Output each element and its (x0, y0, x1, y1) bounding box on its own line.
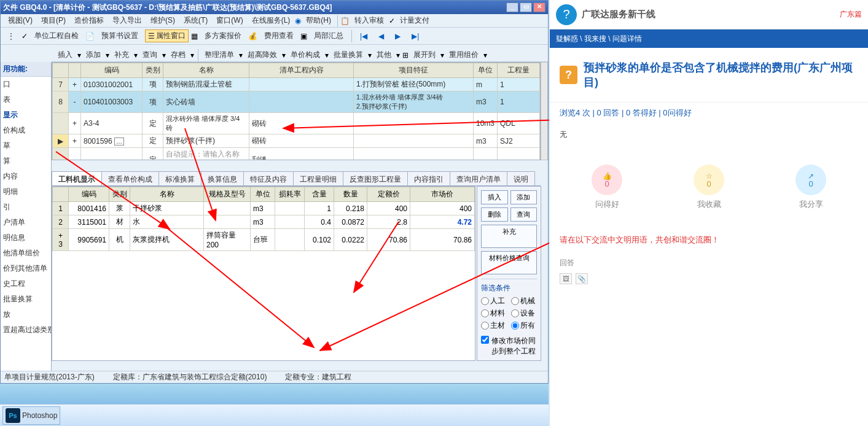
menu-window[interactable]: 窗口(W) (213, 14, 246, 27)
act-supply[interactable]: 补充 (112, 49, 131, 61)
menu-pay[interactable]: 计量支付 (396, 14, 433, 27)
lp-item[interactable]: 史工程 (1, 276, 51, 292)
tool-props[interactable]: ☰属性窗口 (145, 29, 189, 42)
act-other[interactable]: 其他 (374, 49, 394, 61)
lp-item[interactable]: 显示 (1, 107, 51, 123)
table-row[interactable]: 定 自动提示：请输入名称简称 刮缝 (53, 148, 540, 161)
btn-add[interactable]: 添加 (510, 190, 538, 204)
btn-delete[interactable]: 删除 (481, 207, 508, 222)
tool-sum[interactable]: 局部汇总 (310, 29, 348, 43)
chk-sync[interactable] (481, 336, 489, 344)
menu-help[interactable]: 帮助(H) (302, 14, 335, 27)
act-insert[interactable]: 插入 (55, 49, 75, 61)
btn-query[interactable]: 查询 (510, 207, 538, 222)
act-query[interactable]: 查询 (140, 49, 160, 61)
nav-next[interactable]: ▶ (391, 30, 405, 42)
menu-index[interactable]: 造价指标 (71, 14, 108, 27)
tool-budget[interactable]: 预算书设置 (97, 29, 143, 43)
act-reuse[interactable]: 重用组价 (447, 49, 481, 61)
tab-qty[interactable]: 工程量明细 (293, 171, 343, 185)
expand-icon[interactable]: + (58, 231, 63, 240)
table-row[interactable]: 1 8001416浆 干拌砂浆 m3 10.218 400400 (53, 202, 475, 215)
tab-feat[interactable]: 特征及内容 (243, 171, 294, 185)
menu-view[interactable]: 视图(V) (4, 14, 36, 27)
lp-item[interactable]: 草 (1, 138, 51, 153)
lp-item[interactable]: 算 (1, 153, 51, 169)
minimize-button[interactable]: _ (506, 2, 518, 12)
radio-material[interactable]: 材料 (481, 308, 507, 319)
lp-item[interactable]: 内容 (1, 169, 51, 184)
act-batch[interactable]: 批量换算 (331, 49, 366, 61)
table-row[interactable]: + 3 9905691机 灰浆搅拌机拌筒容量200 台班 0.1020.0222… (53, 229, 475, 251)
radio-labor[interactable]: 人工 (481, 296, 507, 306)
tab-desc[interactable]: 说明 (507, 171, 535, 185)
btn-supply[interactable]: 补充 (481, 225, 537, 248)
nav-last[interactable]: ▶| (407, 30, 423, 42)
tab-conv[interactable]: 换算信息 (201, 171, 244, 185)
taskbar-photoshop[interactable]: Ps Photoshop (2, 406, 60, 425)
answer-section: 回答 🖼 📎 (550, 252, 868, 290)
menu-online[interactable]: 在线服务(L) (248, 14, 294, 27)
lp-item[interactable]: 他清单组价 (1, 246, 51, 261)
tab-guide[interactable]: 内容指引 (407, 171, 450, 185)
image-icon[interactable]: 🖼 (560, 273, 572, 284)
grid-bottom[interactable]: 编码 类别 名称 规格及型号 单位 损耗率 含量 数量 定额价 市场价 1 80… (52, 186, 475, 361)
region-link[interactable]: 广东篇 (840, 9, 862, 20)
menu-audit[interactable]: 转入审核 (351, 14, 388, 27)
tool-multi[interactable]: 多方案报价 (200, 29, 246, 43)
table-row[interactable]: ▶+ 8001596 … 定 预拌砂浆(干拌)砌砖 m3SJ2 (53, 134, 540, 148)
web-nav: 疑解惑 \ 我来搜 \ 问题详情 (550, 29, 868, 48)
act-expand[interactable]: 展开到 (411, 49, 438, 61)
lp-item[interactable]: 批量换算 (1, 292, 51, 307)
close-button[interactable]: ✕ (533, 2, 545, 12)
table-row[interactable]: + A3-4定 混水砖外墙 墙体厚度 3/4砖砌砖 10m3QDL (53, 113, 540, 134)
tool-ellipsis[interactable]: ⋮ (3, 30, 19, 42)
breadcrumb[interactable]: 疑解惑 \ 我来搜 \ 问题详情 (556, 34, 642, 44)
tab-glj[interactable]: 工料机显示 (52, 171, 102, 185)
attach-icon[interactable]: 📎 (576, 273, 588, 284)
btn-price-query[interactable]: 材料价格查询 (481, 251, 537, 274)
nav-first[interactable]: |◀ (356, 30, 372, 42)
lp-item[interactable]: 价到其他清单 (1, 261, 51, 276)
btn-insert[interactable]: 插入 (481, 190, 508, 204)
radio-main[interactable]: 主材 (481, 320, 507, 331)
radio-machine[interactable]: 机械 (511, 296, 538, 306)
list-icon: ☰ (148, 32, 155, 41)
act-high[interactable]: 超高降效 (245, 49, 280, 61)
scrollbar-v[interactable] (541, 62, 548, 160)
radio-all[interactable]: 所有 (511, 320, 538, 331)
lp-item[interactable]: 明细 (1, 184, 51, 199)
tool-selfcheck[interactable]: 单位工程自检 (30, 29, 83, 43)
lp-item[interactable]: 引 (1, 199, 51, 215)
tab-user[interactable]: 查询用户清单 (450, 171, 507, 185)
lp-item[interactable]: 置超高过滤类别 (1, 322, 51, 338)
act-fav[interactable]: ☆0 我收藏 (694, 165, 724, 210)
lp-item[interactable]: 放 (1, 307, 51, 322)
lp-item[interactable]: 口 (1, 77, 51, 92)
act-share[interactable]: ↗0 我分享 (796, 165, 826, 210)
act-save[interactable]: 存档 (168, 49, 188, 61)
table-row[interactable]: 7+ 010301002001项 预制钢筋混凝土管桩 1.打预制管桩 桩径(50… (53, 78, 540, 91)
lp-item[interactable]: 价构成 (1, 123, 51, 138)
act-sort[interactable]: 整理清单 (202, 49, 237, 61)
maximize-button[interactable]: ▭ (520, 2, 532, 12)
act-good-q[interactable]: 👍0 问得好 (592, 165, 622, 210)
menu-system[interactable]: 系统(T) (180, 14, 211, 27)
menu-io[interactable]: 导入导出 (109, 14, 146, 27)
menu-project[interactable]: 项目(P) (37, 14, 69, 27)
table-row[interactable]: 8- 010401003003项 实心砖墙 1.混水砖外墙 墙体厚度 3/4砖 … (53, 91, 540, 113)
tool-fee[interactable]: 费用查看 (260, 29, 298, 43)
tab-std[interactable]: 标准换算 (158, 171, 201, 185)
grid-top[interactable]: 编码 类别 名称 清单工程内容 项目特征 单位 工程量 7+ 010301002… (52, 62, 541, 160)
tab-price[interactable]: 查看单价构成 (101, 171, 159, 185)
radio-equip[interactable]: 设备 (511, 308, 538, 319)
lp-item[interactable]: 表 (1, 92, 51, 107)
lp-item[interactable]: 明信息 (1, 230, 51, 246)
act-price[interactable]: 单价构成 (288, 49, 323, 61)
act-add[interactable]: 添加 (84, 49, 103, 61)
nav-prev[interactable]: ◀ (374, 30, 388, 42)
lp-item[interactable]: 户清单 (1, 215, 51, 230)
menu-maintain[interactable]: 维护(S) (147, 14, 179, 27)
tab-rev[interactable]: 反查图形工程量 (343, 171, 408, 185)
table-row[interactable]: 2 3115001材 水 m3 0.40.0872 2.84.72 (53, 215, 475, 229)
